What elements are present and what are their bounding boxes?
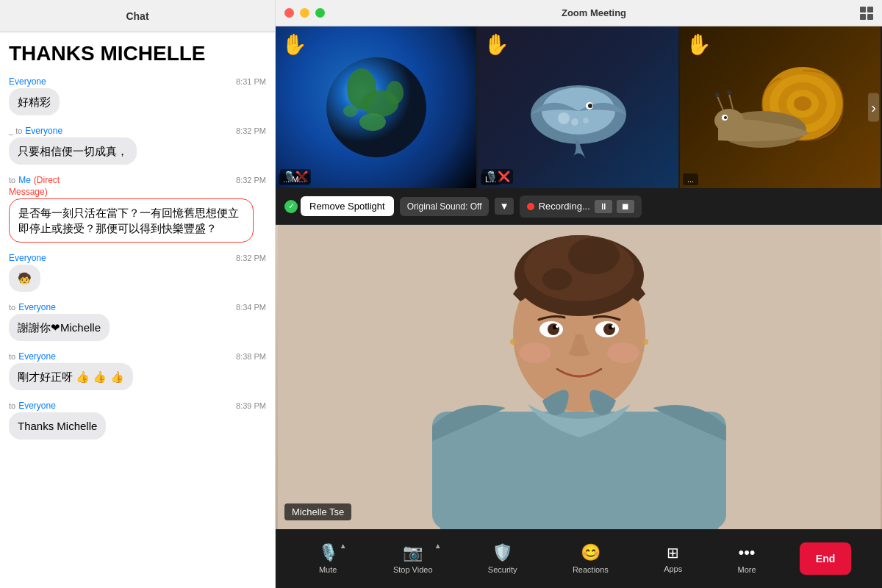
message-group-6: to Everyone 8:38 PM 剛才好正呀 👍 👍 👍 xyxy=(9,351,266,392)
participant-name-earth: ... M... xyxy=(279,173,310,185)
time-7: 8:39 PM xyxy=(236,401,266,410)
msg-row-2: 只要相信便一切成真， xyxy=(9,137,266,165)
minimize-button[interactable] xyxy=(300,8,309,18)
bubble-1: 好精彩 xyxy=(9,88,60,115)
apps-button[interactable]: ⊞ Apps xyxy=(652,538,694,579)
message-label-3: Message) xyxy=(9,187,48,197)
meta-3b: Message) xyxy=(9,187,266,197)
participant-tile-whale[interactable]: ✋ 🎙️❌ xyxy=(478,26,680,188)
svg-point-11 xyxy=(571,118,578,126)
to-target-6: Everyone xyxy=(18,351,56,362)
spotlight-check-icon: ✓ xyxy=(284,200,298,213)
security-button[interactable]: 🛡️ Security xyxy=(476,537,529,580)
time-5: 8:34 PM xyxy=(236,303,266,312)
svg-point-44 xyxy=(607,343,639,363)
svg-point-43 xyxy=(519,343,551,363)
raise-hand-emoji-whale: ✋ xyxy=(484,32,509,57)
sound-dropdown-button[interactable]: ▼ xyxy=(495,198,513,215)
msg-row-5: 謝謝你❤Michelle xyxy=(9,314,266,341)
svg-point-5 xyxy=(343,105,358,117)
to-label-7: to xyxy=(9,401,15,410)
grid-icon[interactable] xyxy=(860,7,873,20)
meta-6: to Everyone 8:38 PM xyxy=(9,351,266,362)
message-group-1: Everyone 8:31 PM 好精彩 xyxy=(9,76,266,117)
more-button[interactable]: ••• More xyxy=(726,537,768,580)
bubble-7: Thanks Michelle xyxy=(9,412,106,440)
raise-hand-emoji-earth: ✋ xyxy=(282,32,307,57)
recording-pause-button[interactable]: ⏸ xyxy=(595,200,612,213)
meta-5: to Everyone 8:34 PM xyxy=(9,302,266,312)
recording-stop-button[interactable]: ⏹ xyxy=(617,200,634,213)
to-label-3: to xyxy=(9,176,15,184)
stop-video-label: Stop Video xyxy=(393,565,433,574)
msg-row-4: 🧒 xyxy=(9,265,266,292)
svg-point-9 xyxy=(588,104,592,108)
message-group-3: to Me (Direct 8:32 PM Message) 是否每一刻只活在當… xyxy=(9,175,266,244)
to-target-5: Everyone xyxy=(18,302,56,312)
remove-spotlight-button[interactable]: Remove Spotlight xyxy=(301,196,394,216)
svg-point-41 xyxy=(556,325,559,328)
svg-line-20 xyxy=(717,96,723,110)
grid-cell xyxy=(867,7,873,12)
meta-2: _ to Everyone 8:32 PM xyxy=(9,126,266,136)
msg-row-7: Thanks Michelle xyxy=(9,412,266,440)
svg-point-12 xyxy=(583,118,589,123)
time-1: 8:31 PM xyxy=(236,77,266,86)
zoom-titlebar: Zoom Meeting xyxy=(276,0,882,26)
mute-button[interactable]: 🎙️ Mute ▲ xyxy=(306,537,350,580)
mute-icon: 🎙️ xyxy=(318,543,338,562)
message-group-4: Everyone 8:32 PM 🧒 xyxy=(9,253,266,293)
tile-bg-whale: ✋ 🎙️❌ xyxy=(478,26,678,188)
svg-line-21 xyxy=(729,94,733,109)
zoom-title: Zoom Meeting xyxy=(337,7,851,18)
meta-1: Everyone 8:31 PM xyxy=(9,76,266,87)
mute-arrow-icon: ▲ xyxy=(340,542,347,550)
recording-indicator: Recording... ⏸ ⏹ xyxy=(520,196,642,218)
meeting-toolbar: ✓ Remove Spotlight Original Sound: Off ▼… xyxy=(276,188,882,225)
close-button[interactable] xyxy=(284,8,294,18)
bubble-3: 是否每一刻只活在當下？一有回憶舊思想便立即停止或接受？那便可以得到快樂豐盛？ xyxy=(9,198,254,243)
recording-dot xyxy=(527,203,534,210)
sender-4: Everyone xyxy=(9,253,46,263)
tile-bg-snail: ✋ xyxy=(680,26,881,188)
svg-point-25 xyxy=(724,116,727,119)
zoom-right-controls xyxy=(851,7,873,20)
chat-title: Chat xyxy=(126,10,148,22)
chat-panel: Chat THANKS MICHELLE Everyone 8:31 PM 好精… xyxy=(0,0,276,588)
participant-tile-earth[interactable]: ✋ 🎙 xyxy=(276,26,478,188)
next-participants-arrow[interactable]: › xyxy=(868,93,879,122)
participants-strip: ✋ 🎙 xyxy=(276,26,882,188)
to-label-2: _ to xyxy=(9,126,22,135)
svg-point-34 xyxy=(542,268,572,290)
zoom-panel: Zoom Meeting ✋ xyxy=(276,0,882,588)
video-icon: 📷 xyxy=(403,543,423,562)
time-4: 8:32 PM xyxy=(236,254,266,262)
message-group-5: to Everyone 8:34 PM 謝謝你❤Michelle xyxy=(9,302,266,343)
maximize-button[interactable] xyxy=(315,8,325,18)
bubble-5: 謝謝你❤Michelle xyxy=(9,314,110,341)
svg-point-33 xyxy=(568,237,620,274)
to-target-7: Everyone xyxy=(18,401,56,411)
original-sound-button[interactable]: Original Sound: Off xyxy=(400,197,490,216)
speaker-name-label: Michelle Tse xyxy=(284,503,351,520)
svg-point-3 xyxy=(359,113,386,131)
window-controls xyxy=(284,8,325,18)
stop-video-button[interactable]: 📷 Stop Video ▲ xyxy=(381,537,445,580)
raise-hand-emoji-snail: ✋ xyxy=(686,32,711,57)
msg-row-6: 剛才好正呀 👍 👍 👍 xyxy=(9,363,266,390)
message-group-2: _ to Everyone 8:32 PM 只要相信便一切成真， xyxy=(9,126,266,166)
participant-tile-snail[interactable]: ✋ xyxy=(680,26,882,188)
reactions-icon: 😊 xyxy=(581,543,600,562)
mute-label: Mute xyxy=(319,565,337,574)
video-arrow-icon: ▲ xyxy=(434,542,442,550)
svg-point-42 xyxy=(612,325,614,328)
apps-label: Apps xyxy=(664,564,682,573)
time-2: 8:32 PM xyxy=(236,126,266,135)
thanks-message: THANKS MICHELLE xyxy=(9,41,266,66)
bubble-6: 剛才好正呀 👍 👍 👍 xyxy=(9,363,133,390)
more-label: More xyxy=(738,565,756,574)
end-meeting-button[interactable]: End xyxy=(800,542,851,575)
reactions-button[interactable]: 😊 Reactions xyxy=(561,537,620,580)
svg-point-22 xyxy=(715,93,720,97)
to-label-5: to xyxy=(9,303,15,312)
